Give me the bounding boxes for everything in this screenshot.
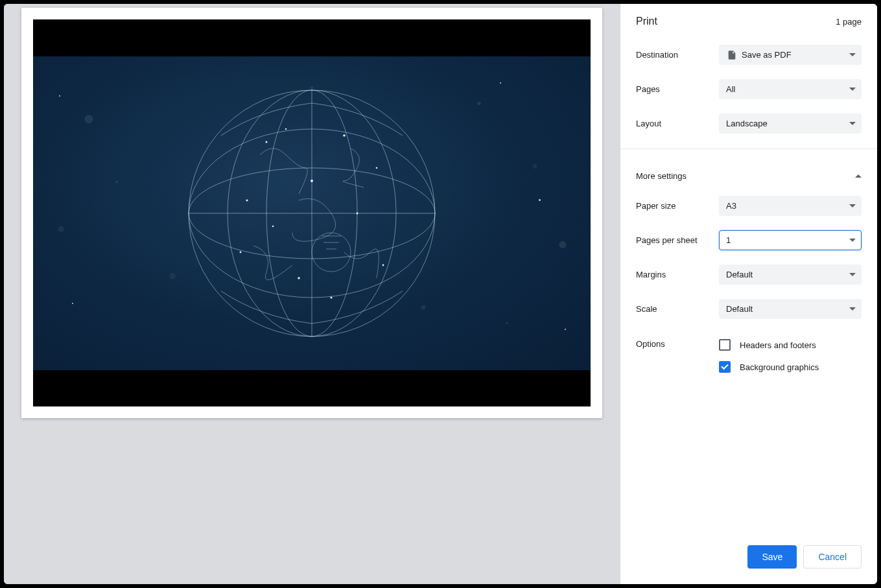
more-settings-toggle[interactable]: More settings <box>620 157 877 189</box>
chevron-down-icon <box>849 53 856 56</box>
layout-value: Landscape <box>726 119 768 128</box>
chevron-up-icon <box>855 174 862 178</box>
paper-size-label: Paper size <box>636 201 711 211</box>
chevron-down-icon <box>849 273 856 276</box>
cancel-button[interactable]: Cancel <box>803 545 862 569</box>
paper-size-select[interactable]: A3 <box>719 196 862 216</box>
pages-per-sheet-select[interactable]: 1 <box>719 230 862 250</box>
more-settings-label: More settings <box>636 171 687 181</box>
svg-point-7 <box>312 233 351 272</box>
chevron-down-icon <box>849 204 856 207</box>
background-graphics-label: Background graphics <box>740 362 819 372</box>
panel-title: Print <box>636 16 657 27</box>
page-count: 1 page <box>836 17 862 27</box>
print-settings-panel: Print 1 page Destination Save as PDF Pag… <box>620 4 877 584</box>
checkbox-checked-icon <box>719 361 731 373</box>
pages-per-sheet-label: Pages per sheet <box>636 235 711 245</box>
pages-per-sheet-value: 1 <box>726 235 731 245</box>
scale-label: Scale <box>636 304 711 314</box>
svg-point-18 <box>272 225 274 227</box>
svg-point-17 <box>382 264 384 266</box>
options-label: Options <box>636 334 711 349</box>
chevron-down-icon <box>849 88 856 91</box>
scale-value: Default <box>726 304 753 314</box>
chevron-down-icon <box>849 239 856 242</box>
preview-content-wrapper <box>33 19 591 406</box>
svg-point-14 <box>311 180 313 182</box>
destination-value: Save as PDF <box>742 50 792 60</box>
svg-point-9 <box>285 128 287 129</box>
svg-point-10 <box>343 134 346 137</box>
layout-select[interactable]: Landscape <box>719 113 862 134</box>
pdf-icon <box>726 49 738 61</box>
pages-value: All <box>726 84 735 94</box>
margins-label: Margins <box>636 270 711 279</box>
margins-select[interactable]: Default <box>719 265 862 285</box>
margins-value: Default <box>726 270 753 279</box>
svg-point-16 <box>298 277 300 279</box>
checkbox-unchecked-icon <box>719 339 731 351</box>
preview-image <box>33 56 591 370</box>
save-button[interactable]: Save <box>747 545 797 569</box>
layout-label: Layout <box>636 119 711 128</box>
svg-point-11 <box>376 167 378 169</box>
svg-point-15 <box>357 212 358 214</box>
svg-point-19 <box>330 296 332 298</box>
chevron-down-icon <box>849 307 856 311</box>
headers-footers-checkbox[interactable]: Headers and footers <box>719 334 862 356</box>
pages-label: Pages <box>636 84 711 94</box>
divider <box>620 148 877 149</box>
chevron-down-icon <box>849 122 856 125</box>
background-graphics-checkbox[interactable]: Background graphics <box>719 356 862 378</box>
pages-select[interactable]: All <box>719 79 862 99</box>
svg-point-8 <box>266 141 268 143</box>
print-preview-pane <box>4 4 620 584</box>
paper-size-value: A3 <box>726 201 736 211</box>
preview-page <box>21 8 602 418</box>
headers-footers-label: Headers and footers <box>740 340 816 350</box>
destination-label: Destination <box>636 50 711 60</box>
print-dialog: Print 1 page Destination Save as PDF Pag… <box>4 4 877 584</box>
destination-select[interactable]: Save as PDF <box>719 45 862 65</box>
scale-select[interactable]: Default <box>719 299 862 319</box>
svg-point-13 <box>240 251 242 253</box>
svg-point-12 <box>246 199 248 201</box>
